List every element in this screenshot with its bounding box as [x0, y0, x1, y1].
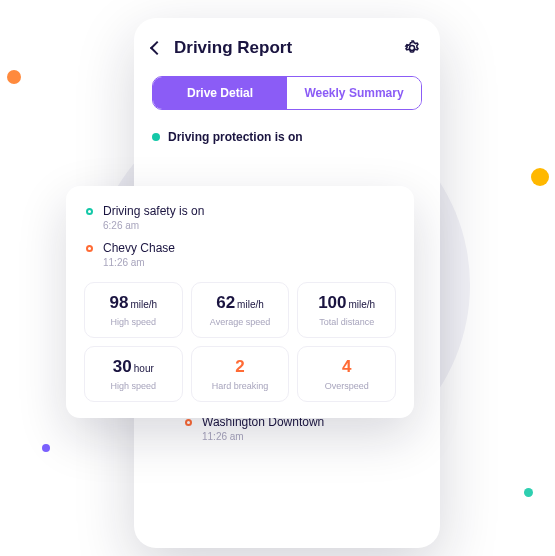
metric-label: High speed — [93, 317, 174, 327]
metric-value: 2 — [235, 357, 244, 376]
protection-status: Driving protection is on — [152, 130, 422, 144]
decor-dot-orange — [7, 70, 21, 84]
metric-label: Total distance — [306, 317, 387, 327]
metric-unit: mile/h — [237, 299, 264, 310]
metric-unit: mile/h — [349, 299, 376, 310]
metric-cell: 62mile/hAverage speed — [191, 282, 290, 338]
list-item[interactable]: Chevy Chase 11:26 am — [84, 241, 396, 268]
metric-value: 62 — [216, 293, 235, 312]
metric-unit: hour — [134, 363, 154, 374]
timeline-dot-icon — [86, 245, 93, 252]
app-header: Driving Report — [152, 38, 422, 58]
metric-value: 98 — [110, 293, 129, 312]
timeline-dot-icon — [86, 208, 93, 215]
metric-value: 4 — [342, 357, 351, 376]
status-text: Driving protection is on — [168, 130, 303, 144]
decor-dot-purple — [42, 444, 50, 452]
metrics-grid: 98mile/hHigh speed62mile/hAverage speed1… — [84, 282, 396, 402]
metric-cell: 2Hard breaking — [191, 346, 290, 402]
metric-label: High speed — [93, 381, 174, 391]
event-label: Chevy Chase — [103, 241, 175, 255]
time-label: 6:26 am — [103, 220, 204, 231]
tab-drive-detail[interactable]: Drive Detial — [153, 77, 287, 109]
event-label: Driving safety is on — [103, 204, 204, 218]
tab-bar: Drive Detial Weekly Summary — [152, 76, 422, 110]
decor-dot-teal — [524, 488, 533, 497]
metric-value: 30 — [113, 357, 132, 376]
list-item[interactable]: Washington Downtown 11:26 am — [183, 415, 422, 442]
metric-label: Average speed — [200, 317, 281, 327]
time-label: 11:26 am — [103, 257, 175, 268]
settings-icon[interactable] — [402, 38, 422, 58]
metric-unit: mile/h — [130, 299, 157, 310]
time-label: 11:26 am — [202, 431, 324, 442]
metric-cell: 100mile/hTotal distance — [297, 282, 396, 338]
metric-cell: 30hourHigh speed — [84, 346, 183, 402]
list-item[interactable]: Driving safety is on 6:26 am — [84, 204, 396, 231]
page-title: Driving Report — [174, 38, 292, 58]
tab-weekly-summary[interactable]: Weekly Summary — [287, 77, 421, 109]
metric-value: 100 — [318, 293, 346, 312]
back-icon[interactable] — [150, 41, 164, 55]
status-dot-icon — [152, 133, 160, 141]
metric-cell: 4Overspeed — [297, 346, 396, 402]
metric-label: Hard breaking — [200, 381, 281, 391]
metric-cell: 98mile/hHigh speed — [84, 282, 183, 338]
timeline-dot-icon — [185, 419, 192, 426]
decor-dot-yellow — [531, 168, 549, 186]
detail-card: Driving safety is on 6:26 am Chevy Chase… — [66, 186, 414, 418]
metric-label: Overspeed — [306, 381, 387, 391]
